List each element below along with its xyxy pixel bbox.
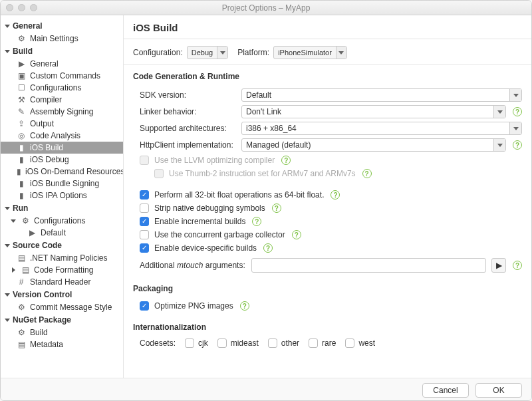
sidebar-group-source-code[interactable]: Source Code <box>1 239 123 252</box>
codeset-checkbox[interactable] <box>217 338 227 348</box>
sidebar-group-version-control[interactable]: Version Control <box>1 288 123 301</box>
phone-icon: ▮ <box>17 191 26 200</box>
help-icon[interactable]: ? <box>263 243 273 253</box>
strip-checkbox[interactable] <box>140 203 149 213</box>
sidebar-item-run-default[interactable]: ▶Default <box>1 227 123 239</box>
config-dropdown[interactable]: Debug <box>187 46 228 59</box>
codeset-checkbox[interactable] <box>268 338 277 348</box>
sidebar-item-nuget-build[interactable]: ⚙Build <box>1 327 123 338</box>
ok-button[interactable]: OK <box>475 383 522 398</box>
help-icon[interactable]: ? <box>281 156 291 165</box>
config-value: Debug <box>188 49 217 57</box>
mtouch-input[interactable] <box>251 258 486 273</box>
sidebar-item-configurations[interactable]: ☐Configurations <box>1 82 123 94</box>
float-checkbox[interactable] <box>140 190 149 200</box>
codeset-label: cjk <box>198 338 208 348</box>
devspec-checkbox[interactable] <box>140 243 149 253</box>
thumb-checkbox-row: Use Thumb-2 instruction set for ARMv7 an… <box>140 169 522 178</box>
sdk-value: Default <box>242 90 509 100</box>
sidebar-item-ios-bundle-signing[interactable]: ▮iOS Bundle Signing <box>1 178 123 190</box>
sidebar-item-custom-commands[interactable]: ▣Custom Commands <box>1 70 123 82</box>
sidebar-group-run[interactable]: Run <box>1 201 123 215</box>
codeset-cjk[interactable]: cjk <box>185 338 208 348</box>
incr-checkbox[interactable] <box>140 217 149 226</box>
sidebar-item-label: iOS Bundle Signing <box>30 179 99 188</box>
group-label: NuGet Package <box>13 315 71 325</box>
devspec-checkbox-row[interactable]: Enable device-specific builds ? <box>140 243 522 253</box>
http-value: Managed (default) <box>242 140 493 150</box>
gear-icon: ⚙ <box>17 34 26 43</box>
help-icon[interactable]: ? <box>252 217 261 226</box>
help-icon[interactable]: ? <box>362 169 372 178</box>
sidebar-item-ios-build[interactable]: ▮iOS Build <box>1 142 123 154</box>
sidebar-item-main-settings[interactable]: ⚙Main Settings <box>1 33 123 45</box>
arch-select[interactable]: i386 + x86_64 <box>241 122 522 135</box>
sidebar-item-label: Build <box>30 328 48 337</box>
sidebar-item-code-formatting[interactable]: ▤Code Formatting <box>1 264 123 276</box>
sidebar-item-net-naming[interactable]: ▤.NET Naming Policies <box>1 252 123 264</box>
incr-checkbox-row[interactable]: Enable incremental builds ? <box>140 217 522 226</box>
png-checkbox-row[interactable]: Optimize PNG images ? <box>140 301 522 311</box>
sdk-select[interactable]: Default <box>241 88 522 102</box>
mtouch-expand-button[interactable]: ▶ <box>491 258 506 273</box>
codeset-rare[interactable]: rare <box>309 338 336 348</box>
sidebar-group-build[interactable]: Build <box>1 45 123 58</box>
sidebar-item-label: iOS Debug <box>30 155 69 164</box>
linker-select[interactable]: Don't Link <box>241 105 506 118</box>
chevron-down-icon <box>217 47 227 59</box>
codeset-checkbox[interactable] <box>345 338 354 348</box>
sidebar-item-ios-ondemand[interactable]: ▮iOS On-Demand Resources <box>1 166 123 178</box>
sidebar-item-label: Compiler <box>30 95 62 104</box>
sidebar-item-assembly-signing[interactable]: ✎Assembly Signing <box>1 106 123 118</box>
png-checkbox[interactable] <box>140 301 149 311</box>
png-label: Optimize PNG images <box>154 301 233 311</box>
compiler-icon: ⚒ <box>17 95 26 104</box>
main-header: iOS Build <box>124 15 531 39</box>
help-icon[interactable]: ? <box>292 230 301 239</box>
help-icon[interactable]: ? <box>513 107 522 116</box>
config-toolbar: Configuration: Debug Platform: iPhoneSim… <box>124 39 531 65</box>
help-icon[interactable]: ? <box>513 140 522 150</box>
mtouch-label: Additional mtouch arguments: <box>140 261 246 270</box>
codeset-mideast[interactable]: mideast <box>217 338 259 348</box>
sidebar-item-label: Configurations <box>30 83 81 92</box>
gc-checkbox[interactable] <box>140 230 149 239</box>
sidebar-item-label: Assembly Signing <box>30 107 93 116</box>
codeset-checkbox[interactable] <box>309 338 318 348</box>
incr-label: Enable incremental builds <box>154 217 245 226</box>
codeset-other[interactable]: other <box>268 338 299 348</box>
float-checkbox-row[interactable]: Perform all 32-bit float operations as 6… <box>140 190 522 200</box>
help-icon[interactable]: ? <box>513 261 522 270</box>
strip-checkbox-row[interactable]: Strip native debugging symbols ? <box>140 203 522 213</box>
sidebar-group-general[interactable]: General <box>1 19 123 33</box>
cancel-button[interactable]: Cancel <box>422 383 469 398</box>
sidebar-item-commit-style[interactable]: ⚙Commit Message Style <box>1 301 123 313</box>
sidebar-item-ios-ipa[interactable]: ▮iOS IPA Options <box>1 190 123 201</box>
titlebar: Project Options – MyApp <box>1 1 531 15</box>
codeset-west[interactable]: west <box>345 338 375 348</box>
help-icon[interactable]: ? <box>240 301 249 311</box>
page-title: iOS Build <box>133 22 522 33</box>
linker-label: Linker behavior: <box>140 107 236 116</box>
sidebar-item-standard-header[interactable]: #Standard Header <box>1 276 123 288</box>
http-select[interactable]: Managed (default) <box>241 138 506 152</box>
strip-label: Strip native debugging symbols <box>154 203 265 213</box>
codeset-checkbox[interactable] <box>185 338 194 348</box>
sidebar-item-run-configurations[interactable]: ⚙Configurations <box>1 215 123 227</box>
help-icon[interactable]: ? <box>331 190 340 200</box>
sidebar-item-code-analysis[interactable]: ◎Code Analysis <box>1 130 123 142</box>
platform-dropdown[interactable]: iPhoneSimulator <box>273 46 347 59</box>
sidebar-item-label: Main Settings <box>30 34 78 43</box>
devspec-label: Enable device-specific builds <box>154 243 257 253</box>
section-codegen: Code Generation & Runtime <box>124 65 531 85</box>
gc-checkbox-row[interactable]: Use the concurrent garbage collector ? <box>140 230 522 239</box>
group-label: Build <box>13 47 33 56</box>
sidebar-item-nuget-metadata[interactable]: ▤Metadata <box>1 338 123 350</box>
sidebar-item-ios-debug[interactable]: ▮iOS Debug <box>1 154 123 166</box>
help-icon[interactable]: ? <box>272 203 281 213</box>
sidebar-group-nuget[interactable]: NuGet Package <box>1 313 123 327</box>
main: iOS Build Configuration: Debug Platform:… <box>124 15 531 378</box>
sidebar-item-compiler[interactable]: ⚒Compiler <box>1 94 123 106</box>
sidebar-item-build-general[interactable]: ▶General <box>1 58 123 70</box>
sidebar-item-output[interactable]: ⇪Output <box>1 118 123 130</box>
